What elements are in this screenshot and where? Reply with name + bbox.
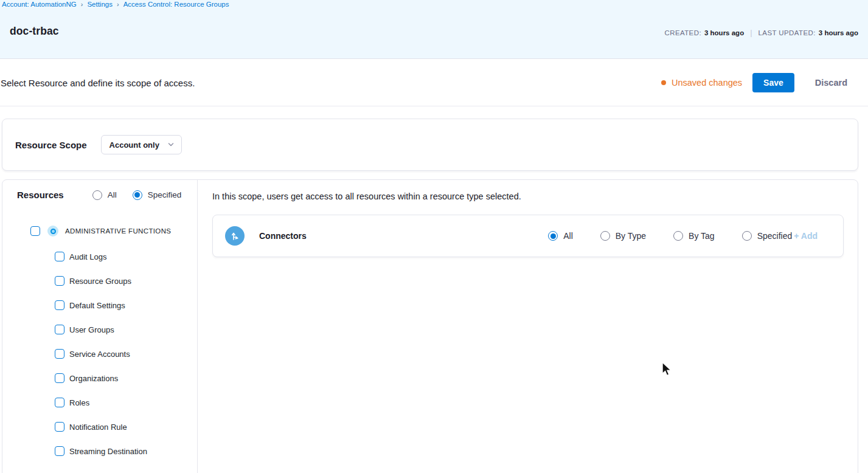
resources-mode-radio-specified[interactable]: Specified [133,190,182,200]
radio-label: By Tag [689,231,715,241]
resource-item-label: Default Settings [69,301,125,310]
last-updated-value: 3 hours ago [819,29,858,36]
resource-item-roles[interactable]: Roles [55,390,191,415]
connectors-radio-by-type[interactable]: By Type [600,231,646,241]
connectors-radio-all[interactable]: All [548,231,573,241]
meta-divider: | [750,28,752,37]
toolbar-actions: Unsaved changes Save Discard [661,73,858,92]
toolbar-description: Select Resource and define its scope of … [1,78,195,88]
save-button[interactable]: Save [752,73,794,92]
resource-item-organizations[interactable]: Organizations [55,366,191,390]
resources-mode-radio-all[interactable]: All [92,190,117,200]
scope-description: In this scope, users get access to all r… [212,192,521,201]
created-label: CREATED: [664,29,701,36]
resources-card: Resources AllSpecified ADMINISTRATIVE FU… [2,179,858,473]
resource-item-label: Organizations [69,374,118,383]
page-title: doc-trbac [10,25,59,38]
resource-item-label: Streaming Destination [69,447,147,456]
last-updated-label: LAST UPDATED: [759,29,816,36]
breadcrumb-link-account-automationng[interactable]: Account: AutomationNG [2,1,77,8]
radio-label: Specified [757,231,793,241]
unsaved-changes-label: Unsaved changes [672,78,742,88]
resources-header: Resources AllSpecified [17,190,181,200]
created-value: 3 hours ago [704,29,744,36]
resource-type-list: Audit LogsResource GroupsDefault Setting… [55,244,191,463]
checkbox[interactable] [55,422,64,432]
action-toolbar: Select Resource and define its scope of … [0,60,868,106]
resource-item-label: Audit Logs [69,252,106,261]
discard-button[interactable]: Discard [804,73,858,92]
resources-left-column: Resources AllSpecified ADMINISTRATIVE FU… [2,180,198,473]
resource-group-administrative-functions[interactable]: ADMINISTRATIVE FUNCTIONS [30,226,171,236]
breadcrumb-link-settings[interactable]: Settings [87,1,113,8]
radio-icon [92,190,102,200]
resource-item-audit-logs[interactable]: Audit Logs [55,244,191,269]
checkbox[interactable] [55,252,64,261]
resource-scope-select[interactable]: Account only [101,135,182,154]
checkbox[interactable] [55,325,64,334]
radio-label: By Type [616,231,646,241]
checkbox[interactable] [55,398,64,407]
resource-item-streaming-destination[interactable]: Streaming Destination [55,439,191,463]
radio-label: All [108,190,117,199]
unsaved-changes-badge: Unsaved changes [661,78,742,88]
resource-item-service-accounts[interactable]: Service Accounts [55,342,191,366]
resource-item-default-settings[interactable]: Default Settings [55,293,191,317]
checkbox[interactable] [55,300,64,310]
connectors-label: Connectors [259,231,307,241]
resources-mode-radio-group: AllSpecified [92,190,182,200]
radio-icon [673,231,683,241]
resource-item-label: Notification Rule [69,423,127,432]
unsaved-dot-icon [661,80,666,85]
add-button[interactable]: + Add [794,231,818,241]
branch-arrow-icon [229,230,240,241]
page: Account: AutomationNG›Settings›Access Co… [0,0,868,473]
resource-item-label: User Groups [69,325,114,334]
connectors-radio-by-tag[interactable]: By Tag [673,231,715,241]
chevron-down-icon [168,142,174,148]
breadcrumb-separator: › [81,1,83,8]
radio-icon [548,231,558,241]
connectors-radio-specified[interactable]: Specified [742,231,793,241]
administrative-functions-icon [47,226,58,236]
breadcrumb: Account: AutomationNG›Settings›Access Co… [2,1,229,8]
resource-item-user-groups[interactable]: User Groups [55,317,191,342]
resource-item-label: Service Accounts [69,350,130,359]
connectors-icon [225,226,245,246]
breadcrumb-separator: › [117,1,119,8]
radio-icon [133,190,142,200]
group-checkbox[interactable] [30,226,40,236]
checkbox[interactable] [55,349,64,359]
page-header: Account: AutomationNG›Settings›Access Co… [0,0,868,59]
resource-item-label: Roles [69,398,89,407]
gear-dot-icon [50,229,56,234]
resource-item-resource-groups[interactable]: Resource Groups [55,269,191,293]
radio-label: Specified [148,190,182,199]
group-label: ADMINISTRATIVE FUNCTIONS [65,227,171,235]
resources-title: Resources [17,190,64,200]
checkbox[interactable] [55,446,64,456]
checkbox[interactable] [55,276,64,286]
checkbox[interactable] [55,373,64,383]
timestamps: CREATED: 3 hours ago | LAST UPDATED: 3 h… [664,28,858,37]
resource-scope-selected-value: Account only [109,140,159,150]
radio-label: All [563,231,573,241]
radio-icon [742,231,752,241]
resource-scope-label: Resource Scope [15,140,87,150]
resource-item-notification-rule[interactable]: Notification Rule [55,415,191,439]
resource-scope-card: Resource Scope Account only [2,119,858,171]
connectors-row: Connectors AllBy TypeBy TagSpecified + A… [212,215,844,257]
connectors-radio-group: AllBy TypeBy TagSpecified [548,231,792,241]
radio-icon [600,231,610,241]
resource-item-label: Resource Groups [69,277,131,286]
breadcrumb-link-access-control-resource-groups[interactable]: Access Control: Resource Groups [123,1,229,8]
